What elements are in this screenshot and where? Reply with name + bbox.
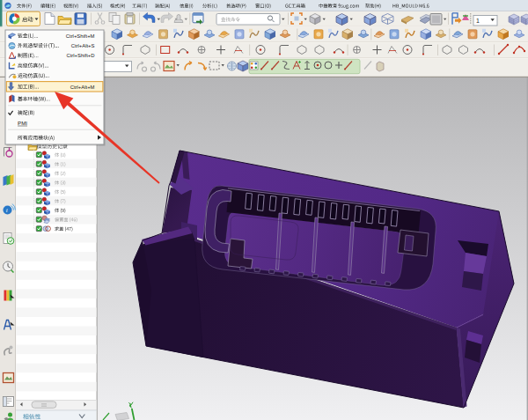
svg-text:Ctrl+Shift+D: Ctrl+Shift+D [66,53,94,58]
svg-text:Ctrl+Alt+S: Ctrl+Alt+S [71,43,95,48]
svg-text:Ctrl+Alt+M: Ctrl+Alt+M [70,85,95,90]
svg-text:i: i [6,207,8,214]
svg-text:1: 1 [476,18,480,24]
svg-text:Ctrl+Shift+M: Ctrl+Shift+M [66,33,95,39]
svg-text:PMI: PMI [18,120,27,126]
